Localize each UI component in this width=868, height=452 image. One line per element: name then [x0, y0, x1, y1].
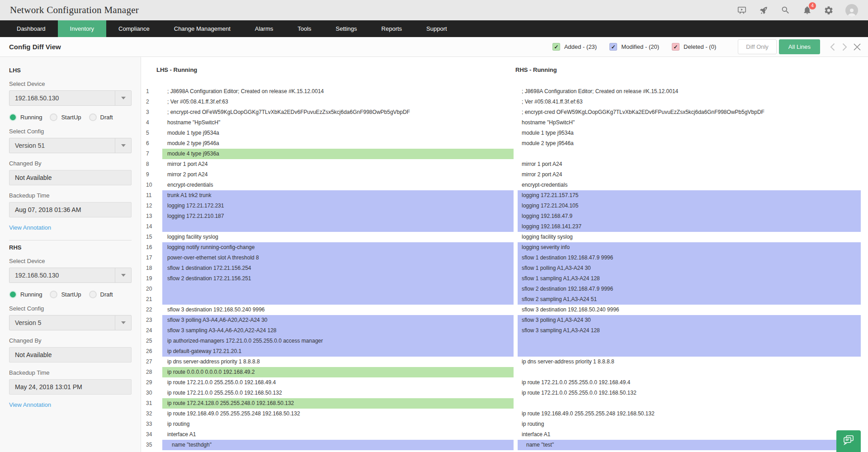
filter-added[interactable]: ✓Added - (23) — [552, 43, 597, 51]
column-gap — [514, 357, 518, 367]
rhs-view-annotation-link[interactable]: View Annotation — [9, 401, 51, 408]
rhs-radio-draft[interactable]: Draft — [89, 291, 113, 298]
lhs-select-config-label: Select Config — [9, 128, 132, 135]
line-number: 6 — [141, 138, 162, 149]
checkbox-checked-icon[interactable]: ✓ — [552, 43, 560, 51]
diff-row: 33ip routingip routing — [141, 419, 868, 429]
chevron-down-icon[interactable] — [115, 138, 131, 153]
rhs-radio-startup[interactable]: StartUp — [50, 291, 81, 298]
all-lines-button[interactable]: All Lines — [779, 39, 820, 54]
lhs-section-heading: LHS — [9, 67, 132, 74]
nav-item-compliance[interactable]: Compliance — [106, 20, 162, 37]
column-gap — [514, 211, 518, 221]
line-number: 12 — [141, 201, 162, 211]
diff-row: 19sflow 2 destination 172.21.156.251sflo… — [141, 273, 868, 284]
chevron-right-icon[interactable] — [842, 43, 847, 51]
gear-icon[interactable] — [824, 5, 834, 15]
nav-item-reports[interactable]: Reports — [369, 20, 415, 37]
radio-circle[interactable] — [89, 291, 97, 298]
rhs-config-value: Version 5 — [9, 319, 115, 326]
diff-row: 30ip route 172.21.0.0 255.255.0.0 192.16… — [141, 388, 868, 398]
nav-item-dashboard[interactable]: Dashboard — [5, 20, 58, 37]
rocket-icon[interactable] — [759, 5, 769, 15]
radio-circle[interactable] — [9, 291, 17, 298]
chevron-down-icon[interactable] — [115, 315, 131, 330]
close-icon[interactable] — [854, 43, 861, 51]
notifications-bell-icon[interactable]: 4 — [802, 5, 812, 15]
lhs-line: ; encrypt-cred OFeW59KgLOopGGKg7TLvXbKa2… — [162, 107, 514, 118]
filter-modified[interactable]: ✓Modified - (20) — [609, 43, 659, 51]
column-gap — [514, 221, 518, 232]
demo-presentation-icon[interactable] — [737, 5, 747, 15]
column-gap — [514, 86, 518, 97]
lhs-line — [162, 294, 514, 305]
rhs-radio-running[interactable]: Running — [9, 291, 42, 298]
column-gap — [514, 232, 518, 242]
rhs-select-config-label: Select Config — [9, 305, 132, 312]
diff-row: 20sflow 2 destination 192.168.47.9 9996 — [141, 284, 868, 294]
radio-circle[interactable] — [50, 113, 57, 121]
column-gap — [514, 367, 518, 377]
nav-item-inventory[interactable]: Inventory — [58, 20, 106, 37]
rhs-backedup-time-field[interactable]: May 24, 2018 13:01 PM — [9, 379, 132, 395]
rhs-changed-by-label: Changed By — [9, 337, 132, 344]
column-gap — [514, 201, 518, 211]
rhs-config-select[interactable]: Version 5 — [9, 315, 132, 330]
radio-circle[interactable] — [9, 113, 17, 121]
diff-row: 12logging 172.21.172.231logging 172.21.2… — [141, 201, 868, 211]
nav-item-tools[interactable]: Tools — [285, 20, 323, 37]
filter-deleted[interactable]: ✓Deleted - (0) — [672, 43, 716, 51]
rhs-line: logging 172.21.157.175 — [518, 190, 861, 201]
line-number: 11 — [141, 190, 162, 201]
line-number: 35 — [141, 440, 162, 450]
user-avatar[interactable] — [845, 4, 858, 17]
chevron-left-icon[interactable] — [830, 43, 835, 51]
diff-row: 27ip dns server-address priority 1 8.8.8… — [141, 357, 868, 367]
filter-label: Added - (23) — [564, 43, 597, 50]
diff-row: 11trunk A1 trk2 trunklogging 172.21.157.… — [141, 190, 868, 201]
rhs-line: sflow 3 destination 192.168.50.240 9996 — [518, 305, 861, 315]
lhs-backedup-time-field[interactable]: Aug 07, 2018 01:36 AM — [9, 202, 132, 217]
nav-item-settings[interactable]: Settings — [324, 20, 369, 37]
page-title: Config Diff View — [9, 43, 61, 51]
chat-fab-button[interactable] — [836, 430, 861, 452]
diff-row: 25ip authorized-managers 172.21.0.0 255.… — [141, 336, 868, 346]
nav-item-alarms[interactable]: Alarms — [243, 20, 285, 37]
app-header: Network Configuration Manager 4 — [0, 0, 868, 20]
rhs-line: encrypt-credentials — [518, 180, 861, 190]
rhs-device-value: 192.168.50.130 — [9, 272, 115, 279]
lhs-line: ip route 172.21.0.0 255.255.0.0 192.168.… — [162, 388, 514, 398]
lhs-changed-by-field[interactable]: Not Available — [9, 170, 132, 185]
rhs-changed-by-field[interactable]: Not Available — [9, 347, 132, 363]
radio-label: Draft — [100, 291, 113, 298]
checkbox-checked-icon[interactable]: ✓ — [672, 43, 679, 51]
line-number: 16 — [141, 242, 162, 253]
radio-circle[interactable] — [89, 113, 97, 121]
nav-item-support[interactable]: Support — [414, 20, 459, 37]
column-gap — [514, 419, 518, 429]
line-number: 10 — [141, 180, 162, 190]
lhs-radio-draft[interactable]: Draft — [89, 113, 113, 121]
lhs-view-annotation-link[interactable]: View Annotation — [9, 224, 51, 231]
lhs-radio-running[interactable]: Running — [9, 113, 42, 121]
diff-only-button[interactable]: Diff Only — [738, 39, 777, 54]
radio-circle[interactable] — [50, 291, 57, 298]
nav-item-change-management[interactable]: Change Management — [162, 20, 243, 37]
diff-row: 22sflow 3 destination 192.168.50.240 999… — [141, 305, 868, 315]
column-gap — [514, 107, 518, 118]
search-icon[interactable] — [780, 5, 790, 15]
rhs-line: sflow 3 sampling A1,A3-A24 128 — [518, 325, 861, 336]
lhs-radio-startup[interactable]: StartUp — [50, 113, 81, 121]
diff-sidebar: LHS Select Device 192.168.50.130 Running… — [0, 57, 141, 452]
checkbox-checked-icon[interactable]: ✓ — [609, 43, 617, 51]
chevron-down-icon[interactable] — [115, 268, 131, 282]
lhs-config-select[interactable]: Version 51 — [9, 138, 132, 153]
radio-label: StartUp — [61, 114, 81, 121]
lhs-device-select[interactable]: 192.168.50.130 — [9, 90, 132, 106]
diff-row: 1; J8698A Configuration Editor; Created … — [141, 86, 868, 97]
chevron-down-icon[interactable] — [115, 91, 131, 105]
line-number: 21 — [141, 294, 162, 305]
rhs-device-select[interactable]: 192.168.50.130 — [9, 268, 132, 283]
line-number: 8 — [141, 159, 162, 170]
lhs-line: sflow 3 polling A3-A4,A6-A20,A22-A24 30 — [162, 315, 514, 325]
